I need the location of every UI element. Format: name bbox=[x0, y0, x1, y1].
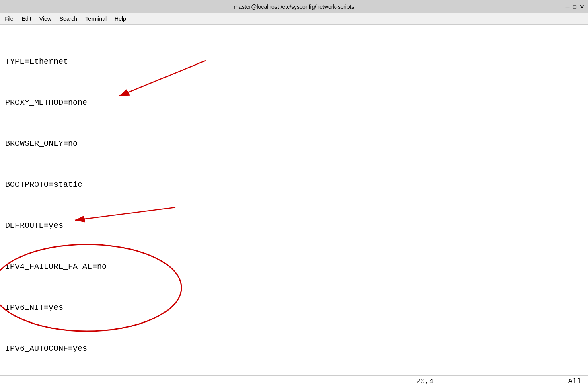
line-5: DEFROUTE=yes bbox=[5, 219, 583, 233]
menu-view[interactable]: View bbox=[35, 14, 56, 24]
maximize-button[interactable]: □ bbox=[573, 4, 576, 10]
editor-area[interactable]: TYPE=Ethernet PROXY_METHOD=none BROWSER_… bbox=[0, 25, 588, 375]
menu-help[interactable]: Help bbox=[111, 14, 130, 24]
line-7: IPV6INIT=yes bbox=[5, 301, 583, 315]
minimize-button[interactable]: ─ bbox=[566, 4, 570, 10]
menu-terminal[interactable]: Terminal bbox=[81, 14, 111, 24]
view-mode: All bbox=[568, 377, 581, 385]
line-2: PROXY_METHOD=none bbox=[5, 96, 583, 110]
editor-content: TYPE=Ethernet PROXY_METHOD=none BROWSER_… bbox=[5, 28, 583, 375]
menu-edit[interactable]: Edit bbox=[18, 14, 35, 24]
line-1: TYPE=Ethernet bbox=[5, 55, 583, 69]
line-8: IPV6_AUTOCONF=yes bbox=[5, 342, 583, 356]
menu-bar: File Edit View Search Terminal Help bbox=[0, 13, 588, 25]
menu-search[interactable]: Search bbox=[56, 14, 81, 24]
menu-file[interactable]: File bbox=[0, 14, 18, 24]
line-3: BROWSER_ONLY=no bbox=[5, 137, 583, 151]
cursor-position: 20,4 bbox=[416, 377, 434, 385]
title-bar: master@localhost:/etc/sysconfig/network-… bbox=[0, 0, 588, 13]
line-4: BOOTPROTO=static bbox=[5, 178, 583, 192]
window-controls: ─ □ ✕ bbox=[566, 4, 584, 10]
status-bar: 20,4 All bbox=[0, 375, 588, 387]
terminal-window: master@localhost:/etc/sysconfig/network-… bbox=[0, 0, 588, 387]
close-button[interactable]: ✕ bbox=[580, 4, 584, 10]
window-title: master@localhost:/etc/sysconfig/network-… bbox=[234, 4, 354, 10]
line-6: IPV4_FAILURE_FATAL=no bbox=[5, 260, 583, 274]
